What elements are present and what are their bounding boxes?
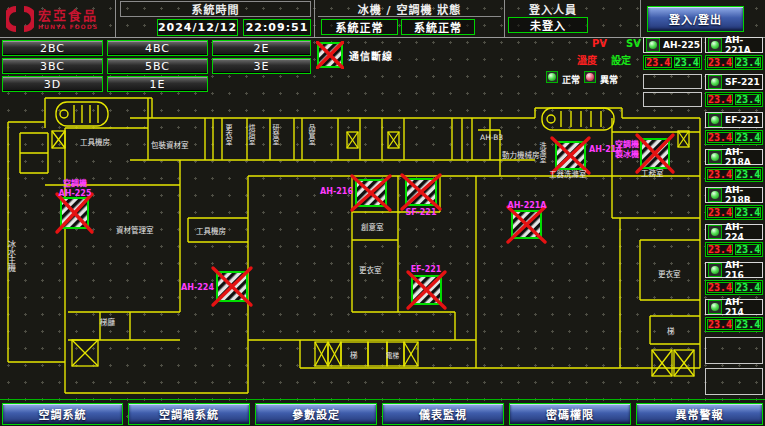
green-led-icon (711, 78, 719, 86)
device-name: AH-225 (663, 40, 700, 50)
room-label: 電梯 (386, 351, 400, 360)
status-led (708, 188, 722, 202)
normal-legend-led (546, 71, 558, 83)
abnormal-legend-label: 異常 (600, 73, 618, 86)
tag-ah224: AH-224 (181, 283, 214, 292)
logo-text-cn: 宏亞食品 (38, 9, 98, 23)
floor-button-4bc[interactable]: 4BC (107, 40, 208, 56)
floor-button-5bc[interactable]: 5BC (107, 58, 208, 74)
pv-value: 23.4 (707, 94, 733, 105)
device-name: SF-221 (725, 77, 760, 87)
scada-hvac-screen: { "header": { "logo_cn": "宏亞食品", "logo_e… (0, 0, 765, 426)
device-name: AH-221A (725, 35, 762, 55)
nav-param-setting-button[interactable]: 參數設定 (255, 403, 377, 425)
red-led-icon (586, 73, 594, 81)
system-date-display: 2024/12/12 (157, 19, 238, 36)
status-led (708, 38, 722, 52)
machine-AH-214[interactable] (552, 138, 589, 173)
normal-legend-label: 正常 (562, 73, 580, 86)
room-label: 工具機房 (196, 226, 226, 236)
floor-button-3e[interactable]: 3E (212, 58, 311, 74)
floor-button-1e[interactable]: 1E (107, 76, 208, 92)
device-row-AH-225[interactable]: AH-225 (643, 37, 702, 53)
ahu-machine-icons (57, 135, 673, 308)
login-logout-button[interactable]: 登入/登出 (647, 6, 744, 32)
machine-SF-221[interactable] (402, 175, 440, 209)
machine-AH-221A[interactable] (508, 207, 545, 242)
nav-alarm-button[interactable]: 異常警報 (636, 403, 763, 425)
nav-meter-monitor-button[interactable]: 儀表監視 (382, 403, 504, 425)
room-label: AH-B3 (480, 133, 503, 142)
pv-value: 23.4 (707, 244, 733, 255)
nav-ahu-system-button[interactable]: 空調箱系統 (128, 403, 250, 425)
device-name: AH-218B (725, 185, 762, 205)
stairs-icon (56, 102, 108, 126)
nav-password-auth-button[interactable]: 密碼權限 (509, 403, 631, 425)
room-label: 資材管理室 (116, 225, 154, 235)
tag-chiller-line1: 空調機 (615, 139, 639, 149)
machine-AH-224[interactable] (213, 268, 251, 305)
device-row-AH-221A[interactable]: AH-221A (705, 37, 763, 53)
device-row-AH-218B[interactable]: AH-218B (705, 187, 763, 203)
device-row-AH-214[interactable]: AH-214 (705, 299, 763, 315)
room-label: 冰水主機 (7, 239, 16, 273)
green-led-icon (711, 116, 719, 124)
device-row-SF-221[interactable]: SF-221 (705, 74, 763, 90)
machine-ice-chiller[interactable] (637, 135, 673, 172)
header-divider (115, 0, 116, 37)
setting-header: 設定 (611, 52, 631, 67)
tag-chiller-line2: 製冰機 (614, 149, 639, 159)
green-led-icon (711, 41, 719, 49)
sv-value: 23.4 (674, 57, 701, 68)
floor-button-3bc[interactable]: 3BC (2, 58, 103, 74)
device-values-AH-218B: 23.4 23.4 (705, 205, 763, 220)
machine-tags: 空調機 AH-225 AH-224 AH-216 SF-221 EF-221 A… (59, 139, 639, 292)
room-label: 動力機械房 (502, 150, 540, 160)
status-led (708, 150, 722, 164)
comm-offline-label: 通信斷線 (349, 48, 393, 63)
floor-button-3d[interactable]: 3D (2, 76, 103, 92)
company-logo: 宏亞食品 HUNYA FOODS (6, 3, 112, 35)
machine-AH-225[interactable] (57, 194, 92, 232)
device-values-SF-221: 23.4 23.4 (705, 92, 763, 107)
room-label: 更衣室 (224, 124, 233, 145)
pv-value: 23.4 (707, 282, 733, 293)
nav-ac-system-button[interactable]: 空調系統 (2, 403, 123, 425)
green-led-icon (649, 41, 657, 49)
logo-mark-icon (6, 5, 34, 33)
device-name: EF-221 (725, 115, 760, 125)
bottom-nav-bar: 空調系統 空調箱系統 參數設定 儀表監視 密碼權限 異常警報 (0, 399, 765, 426)
ahu-status-box: 系統正常 (401, 19, 475, 35)
device-row-AH-218A[interactable]: AH-218A (705, 149, 763, 165)
room-label: 研發室 (271, 124, 280, 145)
system-clock-display: 22:09:51 (243, 19, 311, 36)
pv-value: 23.4 (645, 57, 672, 68)
comm-offline-icon (316, 41, 344, 69)
device-row-AH-224[interactable]: AH-224 (705, 224, 763, 240)
header-divider (314, 0, 315, 37)
machine-AH-216[interactable] (352, 176, 390, 210)
machine-EF-221[interactable] (408, 272, 445, 308)
green-led-icon (711, 266, 719, 274)
pv-value: 23.4 (707, 207, 733, 218)
room-label: 工器洗滌室 (549, 169, 587, 179)
green-led-icon (711, 191, 719, 199)
login-user-title: 登入人員 (512, 1, 594, 16)
sv-value: 23.4 (735, 282, 761, 293)
logo-text-en: HUNYA FOODS (38, 23, 98, 30)
floor-button-2bc[interactable]: 2BC (2, 40, 103, 56)
device-values-AH-221A: 23.4 23.4 (705, 55, 763, 70)
login-state-box: 未登入 (508, 17, 588, 33)
room-label: 工務室 (641, 168, 664, 178)
device-values-AH-214: 23.4 23.4 (705, 317, 763, 332)
device-row-EF-221[interactable]: EF-221 (705, 112, 763, 128)
device-row-AH-216[interactable]: AH-216 (705, 262, 763, 278)
sv-value: 23.4 (735, 94, 761, 105)
floor-button-2e[interactable]: 2E (212, 40, 311, 56)
device-name: AH-214 (725, 297, 762, 317)
green-led-icon (711, 303, 719, 311)
pv-value: 23.4 (707, 319, 733, 330)
green-led-icon (711, 153, 719, 161)
device-name: AH-216 (725, 260, 762, 280)
room-label: 梯 (667, 326, 675, 336)
